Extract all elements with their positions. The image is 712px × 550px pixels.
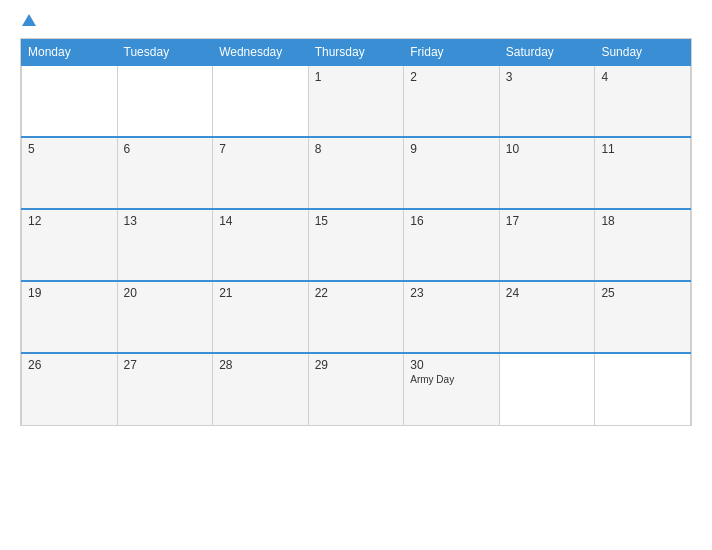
week-row: 567891011: [22, 137, 691, 209]
day-number: 20: [124, 286, 207, 300]
day-number: 5: [28, 142, 111, 156]
day-number: 6: [124, 142, 207, 156]
calendar-cell: 12: [22, 209, 118, 281]
calendar-cell: 16: [404, 209, 500, 281]
calendar-wrapper: MondayTuesdayWednesdayThursdayFridaySatu…: [20, 38, 692, 426]
day-number: 3: [506, 70, 589, 84]
col-header-thursday: Thursday: [308, 40, 404, 66]
day-number: 17: [506, 214, 589, 228]
day-number: 7: [219, 142, 302, 156]
calendar-cell: 3: [499, 65, 595, 137]
page: MondayTuesdayWednesdayThursdayFridaySatu…: [0, 0, 712, 550]
col-header-monday: Monday: [22, 40, 118, 66]
calendar-header: MondayTuesdayWednesdayThursdayFridaySatu…: [22, 40, 691, 66]
week-row: 19202122232425: [22, 281, 691, 353]
day-number: 1: [315, 70, 398, 84]
calendar-cell: 29: [308, 353, 404, 425]
calendar-cell: 8: [308, 137, 404, 209]
day-event: Army Day: [410, 374, 493, 385]
day-number: 23: [410, 286, 493, 300]
calendar-cell: 10: [499, 137, 595, 209]
day-number: 4: [601, 70, 684, 84]
calendar-cell: [595, 353, 691, 425]
day-number: 30: [410, 358, 493, 372]
day-number: 24: [506, 286, 589, 300]
calendar-cell: 14: [213, 209, 309, 281]
calendar-cell: 26: [22, 353, 118, 425]
day-number: 13: [124, 214, 207, 228]
calendar-cell: 15: [308, 209, 404, 281]
calendar-cell: 2: [404, 65, 500, 137]
calendar-cell: [117, 65, 213, 137]
calendar-cell: 24: [499, 281, 595, 353]
calendar-cell: [499, 353, 595, 425]
day-number: 26: [28, 358, 111, 372]
calendar-cell: 19: [22, 281, 118, 353]
col-header-wednesday: Wednesday: [213, 40, 309, 66]
day-number: 2: [410, 70, 493, 84]
week-row: 12131415161718: [22, 209, 691, 281]
calendar-cell: 20: [117, 281, 213, 353]
calendar-cell: 9: [404, 137, 500, 209]
day-number: 14: [219, 214, 302, 228]
header-row: MondayTuesdayWednesdayThursdayFridaySatu…: [22, 40, 691, 66]
calendar-cell: 21: [213, 281, 309, 353]
day-number: 22: [315, 286, 398, 300]
header: [20, 16, 692, 28]
day-number: 8: [315, 142, 398, 156]
calendar-cell: 1: [308, 65, 404, 137]
week-row: 2627282930Army Day: [22, 353, 691, 425]
calendar-table: MondayTuesdayWednesdayThursdayFridaySatu…: [21, 39, 691, 425]
calendar-cell: 30Army Day: [404, 353, 500, 425]
calendar-cell: 23: [404, 281, 500, 353]
calendar-cell: [22, 65, 118, 137]
col-header-saturday: Saturday: [499, 40, 595, 66]
col-header-sunday: Sunday: [595, 40, 691, 66]
calendar-cell: 7: [213, 137, 309, 209]
day-number: 12: [28, 214, 111, 228]
week-row: 1234: [22, 65, 691, 137]
day-number: 15: [315, 214, 398, 228]
calendar-cell: 4: [595, 65, 691, 137]
day-number: 21: [219, 286, 302, 300]
calendar-cell: 6: [117, 137, 213, 209]
calendar-cell: 27: [117, 353, 213, 425]
day-number: 18: [601, 214, 684, 228]
day-number: 27: [124, 358, 207, 372]
col-header-friday: Friday: [404, 40, 500, 66]
day-number: 19: [28, 286, 111, 300]
day-number: 11: [601, 142, 684, 156]
calendar-cell: 22: [308, 281, 404, 353]
logo-triangle-icon: [22, 14, 36, 26]
calendar-cell: 18: [595, 209, 691, 281]
calendar-cell: 11: [595, 137, 691, 209]
col-header-tuesday: Tuesday: [117, 40, 213, 66]
calendar-cell: 13: [117, 209, 213, 281]
day-number: 16: [410, 214, 493, 228]
day-number: 29: [315, 358, 398, 372]
calendar-cell: 25: [595, 281, 691, 353]
calendar-cell: 17: [499, 209, 595, 281]
calendar-body: 1234567891011121314151617181920212223242…: [22, 65, 691, 425]
day-number: 28: [219, 358, 302, 372]
calendar-cell: [213, 65, 309, 137]
logo: [20, 16, 36, 28]
calendar-cell: 5: [22, 137, 118, 209]
day-number: 10: [506, 142, 589, 156]
calendar-cell: 28: [213, 353, 309, 425]
day-number: 25: [601, 286, 684, 300]
day-number: 9: [410, 142, 493, 156]
